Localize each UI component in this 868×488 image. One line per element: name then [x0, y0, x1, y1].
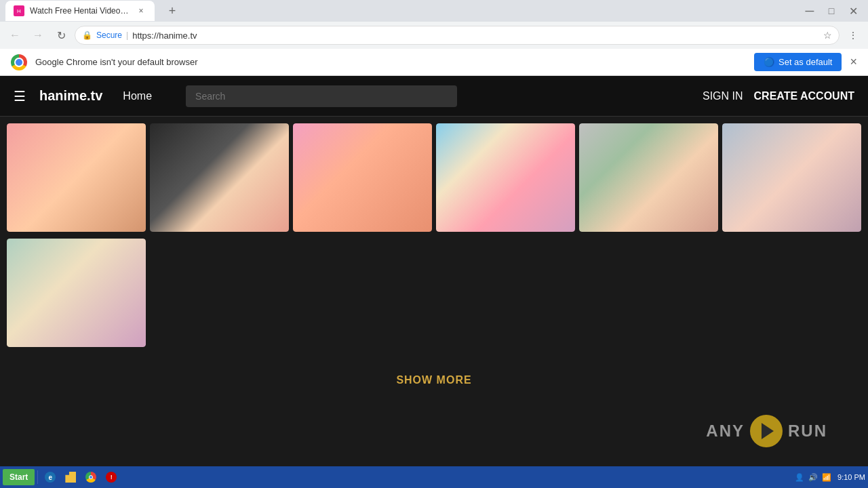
- site-header: ☰ hanime.tv Home SIGN IN CREATE ACCOUNT: [0, 76, 868, 117]
- browser-nav-right: ⋮: [844, 26, 863, 45]
- watermark-text-right: RUN: [788, 422, 827, 441]
- antivirus-icon: !: [106, 472, 117, 483]
- back-button[interactable]: ←: [5, 26, 24, 45]
- list-item[interactable]: [579, 123, 718, 232]
- notification-close-button[interactable]: ×: [850, 55, 857, 69]
- image-grid-row-1: [7, 123, 861, 232]
- folder-icon: [65, 472, 76, 483]
- address-bar[interactable]: 🔒 Secure | https://hanime.tv ☆: [75, 26, 840, 45]
- create-account-button[interactable]: CREATE ACCOUNT: [754, 90, 854, 102]
- tab-title: Watch Free Hentai Video S...: [30, 6, 130, 16]
- hamburger-menu-icon[interactable]: ☰: [14, 88, 26, 104]
- list-item[interactable]: [293, 123, 432, 232]
- taskbar-system-tray: 👤 🔊 📶 9:10 PM: [794, 472, 865, 483]
- taskbar-separator: [37, 470, 38, 484]
- search-bar-container: [186, 85, 457, 107]
- start-button[interactable]: Start: [3, 469, 35, 485]
- show-more-section: SHOW MORE: [7, 354, 861, 407]
- watermark-play-icon: [750, 415, 783, 447]
- refresh-button[interactable]: ↻: [52, 26, 71, 45]
- site-logo[interactable]: hanime.tv: [39, 88, 102, 104]
- bookmark-icon[interactable]: ☆: [823, 30, 832, 41]
- ie-icon: e: [45, 472, 56, 483]
- list-item[interactable]: [7, 239, 146, 347]
- chrome-logo-icon: [11, 54, 27, 70]
- chrome-taskbar-icon: [85, 472, 96, 483]
- set-default-button[interactable]: 🔵 Set as default: [754, 53, 842, 71]
- window-maximize-button[interactable]: □: [822, 1, 841, 20]
- title-bar: H Watch Free Hentai Video S... × + ─ □ ✕: [0, 0, 868, 22]
- watermark-text-left: ANY: [706, 422, 745, 441]
- image-grid-row-2: [7, 239, 861, 347]
- website-content: ☰ hanime.tv Home SIGN IN CREATE ACCOUNT: [0, 76, 868, 407]
- extensions-button[interactable]: ⋮: [844, 26, 863, 45]
- window-close-button[interactable]: ✕: [844, 1, 863, 20]
- list-item[interactable]: [150, 123, 289, 232]
- anyrun-watermark: ANY RUN: [706, 415, 827, 447]
- taskbar-item-chrome[interactable]: [81, 469, 100, 485]
- play-triangle-icon: [762, 423, 774, 439]
- taskbar-item-ie[interactable]: e: [41, 469, 60, 485]
- header-right-actions: SIGN IN CREATE ACCOUNT: [703, 90, 854, 102]
- set-default-label: Set as default: [778, 57, 833, 67]
- list-item[interactable]: [436, 123, 575, 232]
- tab-favicon: H: [14, 5, 24, 16]
- forward-button[interactable]: →: [28, 26, 47, 45]
- windows-taskbar: Start e ! 👤 🔊 📶 9:10 PM: [0, 466, 868, 488]
- window-minimize-button[interactable]: ─: [800, 1, 819, 20]
- navigation-bar: ← → ↻ 🔒 Secure | https://hanime.tv ☆ ⋮: [0, 22, 868, 49]
- sign-in-button[interactable]: SIGN IN: [703, 90, 743, 102]
- tab-close-button[interactable]: ×: [136, 5, 146, 16]
- person-tray-icon: 👤: [794, 472, 805, 483]
- set-default-icon: 🔵: [764, 57, 774, 67]
- tray-icons: 👤 🔊 📶: [794, 472, 832, 483]
- taskbar-clock: 9:10 PM: [837, 473, 865, 481]
- taskbar-item-folder[interactable]: [61, 469, 80, 485]
- secure-icon: 🔒: [82, 30, 92, 40]
- taskbar-item-antivirus[interactable]: !: [102, 469, 121, 485]
- notification-message: Google Chrome isn't your default browser: [35, 57, 746, 67]
- home-nav-link[interactable]: Home: [116, 90, 159, 102]
- address-separator: |: [126, 30, 128, 40]
- list-item[interactable]: [7, 123, 146, 232]
- list-item[interactable]: [722, 123, 861, 232]
- network-tray-icon: 📶: [821, 472, 832, 483]
- default-browser-notification: Google Chrome isn't your default browser…: [0, 49, 868, 76]
- new-tab-button[interactable]: +: [163, 1, 182, 20]
- search-input[interactable]: [186, 85, 457, 107]
- browser-tab[interactable]: H Watch Free Hentai Video S... ×: [5, 1, 155, 21]
- show-more-button[interactable]: SHOW MORE: [396, 374, 471, 386]
- secure-label: Secure: [96, 30, 122, 40]
- speaker-tray-icon: 🔊: [808, 472, 818, 483]
- main-content: SHOW MORE: [0, 117, 868, 407]
- url-display[interactable]: https://hanime.tv: [132, 30, 819, 41]
